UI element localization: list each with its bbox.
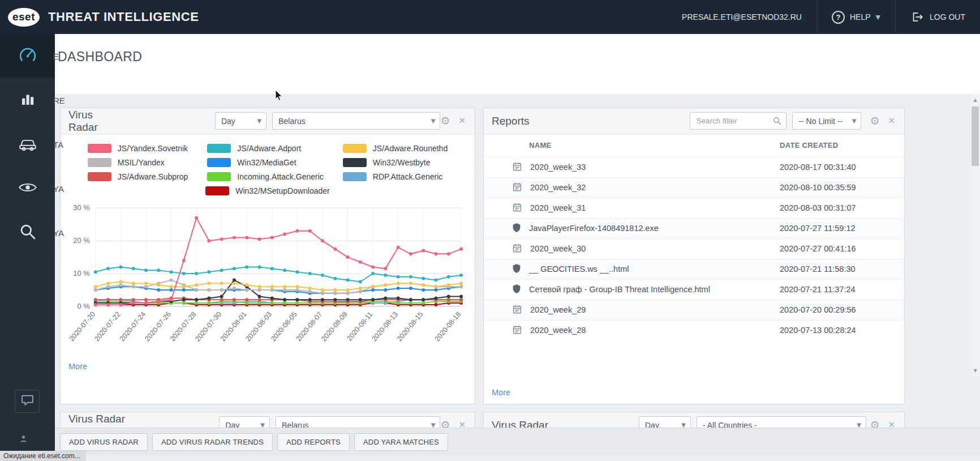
virus-radar-chart: 0 %10 %20 %30 %2020-07-202020-07-222020-…: [63, 201, 472, 357]
panel-virus-radar: Virus Radar Day ▼ Belarus ▼ ⚙ ✕ JS/Yande…: [60, 108, 475, 404]
bar-chart-icon: [19, 91, 36, 110]
sidebar-item-reports[interactable]: RE: [0, 78, 55, 122]
sidebar-item-label-fragment: YA: [53, 228, 64, 237]
gear-icon[interactable]: ⚙: [870, 116, 879, 126]
report-row[interactable]: __ GEOCITIES.ws __..html2020-07-21 11:58…: [484, 259, 904, 279]
dashboard-panels: Virus Radar Day ▼ Belarus ▼ ⚙ ✕ JS/Yande…: [60, 108, 905, 451]
calendar-icon: [512, 161, 522, 173]
legend-item[interactable]: JS/Yandex.Sovetnik: [88, 144, 188, 153]
sidebar-item-targeted[interactable]: TA: [0, 122, 55, 167]
eset-logo[interactable]: eset: [8, 8, 40, 27]
scroll-up-button[interactable]: ▲: [970, 95, 980, 104]
help-label: HELP: [850, 12, 871, 22]
help-icon: ?: [832, 11, 845, 24]
calendar-icon: [512, 182, 522, 194]
chart-legend: JS/Yandex.SovetnikJS/Adware.AdportJS/Adw…: [66, 144, 469, 195]
add-widgets-toolbar: ADD VIRUS RADARADD VIRUS RADAR TRENDSADD…: [55, 428, 980, 455]
gear-icon[interactable]: ⚙: [440, 116, 450, 126]
logout-icon: [910, 11, 924, 23]
chevron-down-icon: ▼: [252, 118, 262, 124]
report-row[interactable]: 2020_week_302020-07-27 00:41:16: [484, 238, 904, 259]
page-header: DASHBOARD: [55, 34, 980, 94]
svg-text:2020-08-18: 2020-08-18: [433, 310, 463, 343]
legend-swatch: [343, 172, 367, 181]
legend-item[interactable]: JS/Adware.Subprop: [88, 172, 188, 181]
legend-swatch: [207, 172, 231, 181]
more-link[interactable]: More: [492, 388, 904, 397]
sidebar-item-yara-matches[interactable]: YA: [0, 167, 55, 211]
chevron-down-icon: ▼: [876, 14, 880, 21]
svg-text:0 %: 0 %: [78, 302, 91, 310]
legend-item[interactable]: RDP.Attack.Generic: [343, 172, 448, 181]
legend-label: RDP.Attack.Generic: [373, 172, 442, 181]
report-row[interactable]: Сетевой граф - Group-IB Threat Intellige…: [484, 279, 904, 300]
add-virus-radar-button[interactable]: ADD VIRUS RADAR: [60, 433, 148, 451]
chat-icon: [20, 394, 35, 409]
legend-label: Incoming.Attack.Generic: [237, 172, 324, 181]
report-row[interactable]: JavaPlayerFirefox-1408491812.exe2020-07-…: [484, 218, 904, 238]
report-row[interactable]: 2020_week_332020-08-17 00:31:40: [484, 157, 904, 177]
legend-label: JS/Adware.Rounethd: [373, 144, 448, 153]
sidebar-item-dashboard[interactable]: E: [0, 34, 55, 78]
calendar-icon: [512, 304, 522, 316]
report-date: 2020-07-21 11:58:30: [780, 259, 904, 279]
calendar-icon: [512, 325, 522, 336]
panel-title: Virus Radar: [68, 109, 124, 134]
sidebar-nav: ERETAYAYA: [0, 34, 55, 255]
sidebar-item-label-fragment: YA: [53, 183, 64, 193]
report-date: 2020-08-17 00:31:40: [780, 157, 904, 177]
eye-icon: [18, 179, 38, 198]
legend-swatch: [88, 172, 111, 181]
country-select[interactable]: Belarus ▼: [272, 112, 440, 130]
legend-item[interactable]: JS/Adware.Rounethd: [343, 144, 448, 153]
more-link[interactable]: More: [68, 362, 475, 371]
page-title: DASHBOARD: [55, 34, 980, 65]
report-name: 2020_week_29: [530, 305, 586, 314]
close-icon[interactable]: ✕: [458, 117, 466, 125]
column-header-name: NAME: [484, 134, 780, 157]
report-row[interactable]: 2020_week_282020-07-13 00:28:24: [484, 320, 904, 340]
feedback-button[interactable]: [15, 390, 40, 413]
legend-swatch: [88, 158, 111, 167]
topbar-right: PRESALE.ETI@ESETNOD32.RU ? HELP ▼ LOG OU…: [667, 0, 980, 34]
report-row[interactable]: 2020_week_312020-08-03 00:31:07: [484, 198, 904, 218]
legend-item[interactable]: Win32/MSetupDownloader: [205, 186, 330, 195]
svg-text:2020-08-09: 2020-08-09: [320, 310, 349, 343]
panel-title: Reports: [492, 115, 530, 127]
legend-label: Win32/MSetupDownloader: [235, 186, 330, 195]
shield-icon: [512, 284, 521, 296]
period-select[interactable]: Day ▼: [215, 112, 267, 130]
reports-body: NAME DATE CREATED 2020_week_332020-08-17…: [484, 134, 904, 404]
shield-icon: [512, 263, 521, 275]
report-row[interactable]: 2020_week_292020-07-20 00:29:56: [484, 300, 904, 320]
legend-label: Win32/MediaGet: [237, 158, 296, 167]
legend-item[interactable]: Win32/MediaGet: [207, 158, 324, 167]
add-virus-radar-trends-button[interactable]: ADD VIRUS RADAR TRENDS: [152, 433, 273, 451]
legend-item[interactable]: Win32/Westbyte: [343, 158, 448, 167]
svg-text:20 %: 20 %: [73, 236, 90, 245]
logout-button[interactable]: LOG OUT: [895, 0, 980, 34]
legend-item[interactable]: MSIL/Yandex: [88, 158, 188, 167]
search-filter: [690, 112, 786, 130]
add-yara-matches-button[interactable]: ADD YARA MATCHES: [354, 433, 448, 451]
select-value: Belarus: [278, 117, 305, 126]
report-row[interactable]: 2020_week_322020-08-10 00:35:59: [484, 177, 904, 198]
close-icon[interactable]: ✕: [888, 117, 895, 125]
scroll-down-button[interactable]: ▼: [970, 366, 980, 375]
limit-select[interactable]: -- No Limit -- ▼: [792, 112, 861, 130]
legend-swatch: [207, 158, 231, 167]
vertical-scrollbar[interactable]: ▲ ▼: [970, 94, 980, 376]
legend-item[interactable]: JS/Adware.Adport: [207, 144, 324, 153]
sidebar: ERETAYAYA: [0, 34, 55, 461]
scrollbar-thumb[interactable]: [972, 106, 979, 166]
select-value: Day: [221, 117, 235, 126]
shield-icon: [512, 223, 521, 234]
legend-item[interactable]: Incoming.Attack.Generic: [207, 172, 324, 181]
user-email[interactable]: PRESALE.ETI@ESETNOD32.RU: [667, 0, 816, 34]
help-menu[interactable]: ? HELP ▼: [816, 0, 895, 34]
search-icon: [772, 116, 782, 128]
logout-label: LOG OUT: [930, 12, 965, 22]
add-reports-button[interactable]: ADD REPORTS: [277, 433, 350, 451]
sidebar-item-yara-search[interactable]: YA: [0, 211, 55, 255]
report-date: 2020-08-03 00:31:07: [780, 198, 904, 218]
